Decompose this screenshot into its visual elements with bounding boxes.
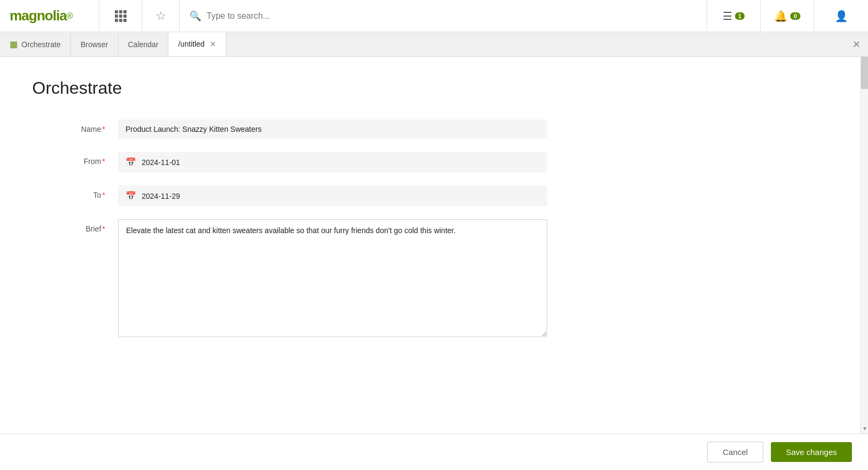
save-button[interactable]: Save changes [771,442,852,462]
footer-bar: Cancel Save changes [0,434,868,470]
tab-orchestrate[interactable]: ▦ Orchestrate [0,32,71,56]
cancel-button[interactable]: Cancel [707,442,763,462]
tasks-icon: ☰ [723,10,732,23]
to-calendar-icon: 📅 [126,191,136,201]
from-date-value: 2024-11-01 [142,158,180,167]
favorites-button[interactable]: ☆ [142,0,180,32]
from-field: 📅 2024-11-01 [118,152,547,173]
tab-calendar-label: Calendar [128,40,159,49]
from-calendar-icon: 📅 [126,157,136,167]
tab-untitled-label: /untitled [178,40,204,48]
tasks-badge: 1 [735,12,745,20]
to-field: 📅 2024-11-29 [118,185,547,206]
name-row: Name* [32,120,622,139]
topbar-actions: ☰ 1 🔔 0 👤 [707,0,868,32]
name-label: Name* [32,120,118,133]
from-row: From* 📅 2024-11-01 [32,152,622,173]
to-label: To* [32,185,118,199]
tasks-button[interactable]: ☰ 1 [707,0,761,32]
search-input[interactable] [207,11,697,21]
tab-orchestrate-label: Orchestrate [21,40,61,49]
to-required-star: * [102,191,105,199]
page-title: Orchestrate [32,78,836,98]
search-area: 🔍 [180,0,707,32]
brief-textarea[interactable]: Elevate the latest cat and kitten sweate… [118,219,547,337]
tab-untitled[interactable]: /untitled ✕ [168,32,226,56]
name-field [118,120,547,139]
notifications-button[interactable]: 🔔 0 [761,0,814,32]
orchestrate-tab-icon: ▦ [10,39,18,49]
brief-row: Brief* Elevate the latest cat and kitten… [32,219,622,339]
tab-browser[interactable]: Browser [71,32,118,56]
form-container: Name* From* 📅 2024-11-01 To* [32,120,622,352]
scroll-thumb[interactable] [861,57,868,89]
topbar: magnolia® ☆ 🔍 ☰ 1 🔔 0 👤 [0,0,868,32]
brief-label: Brief* [32,219,118,233]
close-all-tabs-button[interactable]: ✕ [852,39,860,50]
logo-area: magnolia® [0,0,99,32]
search-icon: 🔍 [189,10,201,22]
user-icon: 👤 [835,10,848,23]
tabs-bar: ▦ Orchestrate Browser Calendar /untitled… [0,32,868,57]
bell-icon: 🔔 [774,10,788,23]
to-date-picker[interactable]: 📅 2024-11-29 [118,185,547,206]
from-date-picker[interactable]: 📅 2024-11-01 [118,152,547,173]
close-all-icon: ✕ [852,39,860,50]
brief-field: Elevate the latest cat and kitten sweate… [118,219,547,339]
from-required-star: * [102,157,105,166]
user-button[interactable]: 👤 [814,0,868,32]
name-input[interactable] [118,120,547,139]
main-content: Orchestrate Name* From* 📅 2024-11-01 [0,57,868,434]
tab-close-icon[interactable]: ✕ [210,40,216,48]
notifications-badge: 0 [790,12,800,20]
name-required-star: * [102,125,105,133]
star-icon: ☆ [156,9,166,23]
to-row: To* 📅 2024-11-29 [32,185,622,206]
tab-browser-label: Browser [80,40,108,49]
apps-button[interactable] [99,0,142,32]
scrollbar: ▲ ▼ [860,57,868,434]
scroll-down-button[interactable]: ▼ [861,423,868,434]
logo: magnolia [10,8,67,24]
apps-icon [115,10,127,22]
tab-calendar[interactable]: Calendar [119,32,169,56]
from-label: From* [32,152,118,166]
brief-required-star: * [102,225,105,233]
to-date-value: 2024-11-29 [142,192,180,200]
